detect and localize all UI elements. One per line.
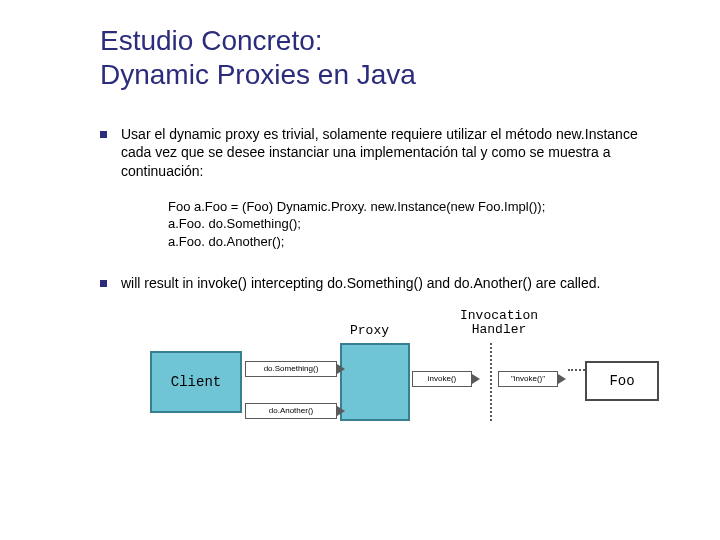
bullet-item-2: will result in invoke() intercepting do.… (100, 274, 664, 292)
bullet-item-1: Usar el dynamic proxy es trivial, solame… (100, 125, 664, 180)
arrow-do-something: do.Something() (245, 361, 337, 377)
arrow-do-another: do.Another() (245, 403, 337, 419)
handler-label-l2: Handler (472, 322, 527, 337)
arrow-invoke-2: "invoke()" (498, 371, 558, 387)
client-label: Client (171, 374, 221, 390)
arrowhead-icon (337, 406, 345, 416)
foo-dotted-connector (568, 369, 585, 371)
proxy-diagram: Client Proxy Invocation Handler do.Somet… (150, 311, 664, 441)
bullet-2-text: will result in invoke() intercepting do.… (121, 274, 600, 292)
code-line-1: Foo a.Foo = (Foo) Dynamic.Proxy. new.Ins… (168, 198, 664, 216)
slide-title: Estudio Concreto: Dynamic Proxies en Jav… (100, 24, 664, 91)
code-line-3: a.Foo. do.Another(); (168, 233, 664, 251)
handler-label-l1: Invocation (460, 308, 538, 323)
arrow-invoke-1: invoke() (412, 371, 472, 387)
arrowhead-icon (558, 374, 566, 384)
foo-label: Foo (609, 373, 634, 389)
code-sample: Foo a.Foo = (Foo) Dynamic.Proxy. new.Ins… (168, 198, 664, 251)
arrowhead-icon (472, 374, 480, 384)
client-box: Client (150, 351, 242, 413)
handler-dotted-line (490, 343, 492, 421)
code-line-2: a.Foo. do.Something(); (168, 215, 664, 233)
title-line-1: Estudio Concreto: (100, 25, 323, 56)
bullet-1-text: Usar el dynamic proxy es trivial, solame… (121, 125, 664, 180)
square-bullet-icon (100, 131, 107, 138)
slide-content: Estudio Concreto: Dynamic Proxies en Jav… (0, 0, 720, 451)
proxy-box (340, 343, 410, 421)
handler-label: Invocation Handler (460, 309, 538, 338)
proxy-label: Proxy (350, 323, 389, 338)
foo-box: Foo (585, 361, 659, 401)
square-bullet-icon (100, 280, 107, 287)
arrowhead-icon (337, 364, 345, 374)
title-line-2: Dynamic Proxies en Java (100, 59, 416, 90)
